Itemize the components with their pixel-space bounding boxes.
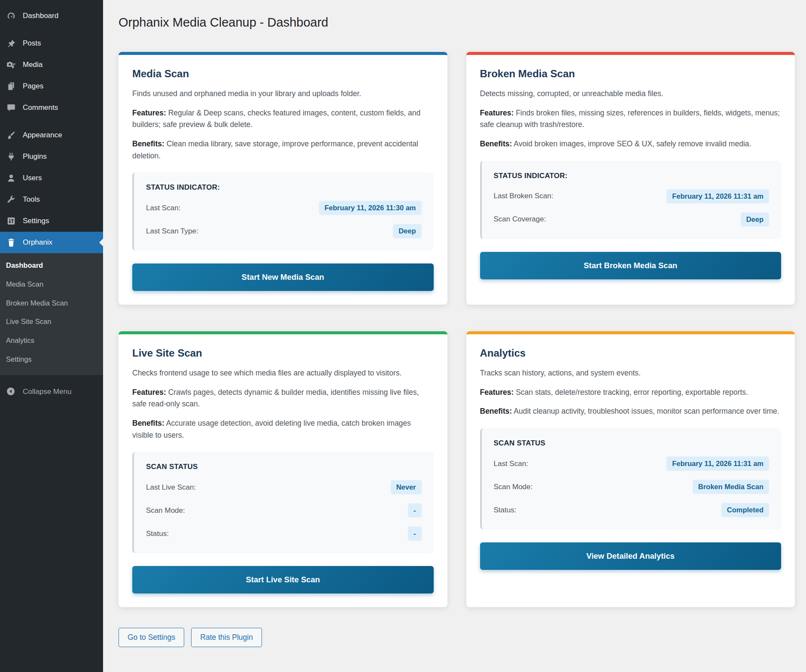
pin-icon — [6, 38, 16, 48]
plug-icon — [6, 151, 16, 162]
sidebar-item-dashboard[interactable]: Dashboard — [0, 5, 103, 27]
card-media-scan: Media Scan Finds unused and orphaned med… — [119, 52, 447, 305]
submenu-item-dashboard[interactable]: Dashboard — [0, 256, 103, 275]
card-title: Media Scan — [132, 68, 434, 80]
status-badge: - — [408, 503, 422, 518]
orphanix-submenu: Dashboard Media Scan Broken Media Scan L… — [0, 253, 103, 375]
status-row: Scan Mode: - — [146, 503, 422, 518]
card-live-site-scan: Live Site Scan Checks frontend usage to … — [119, 331, 447, 607]
status-row-label: Status: — [146, 530, 169, 538]
features-label: Features: — [480, 388, 514, 397]
sidebar-item-comments[interactable]: Comments — [0, 97, 103, 118]
status-box: STATUS INDICATOR: Last Scan: February 11… — [132, 173, 434, 251]
sidebar-item-appearance[interactable]: Appearance — [0, 124, 103, 146]
status-row-label: Scan Coverage: — [494, 215, 546, 224]
camera-icon — [6, 60, 16, 70]
benefits-label: Benefits: — [480, 139, 512, 148]
status-box: STATUS INDICATOR: Last Broken Scan: Febr… — [480, 161, 782, 239]
status-row: Last Scan: February 11, 2026 11:31 am — [494, 457, 770, 471]
status-badge: Broken Media Scan — [693, 480, 769, 494]
sidebar-item-label: Pages — [23, 82, 43, 91]
sidebar-item-plugins[interactable]: Plugins — [0, 146, 103, 167]
sidebar-item-label: Media — [23, 61, 43, 69]
collapse-arrow-icon — [6, 387, 16, 397]
status-row: Last Scan: February 11, 2026 11:30 am — [146, 201, 422, 215]
status-row-label: Scan Mode: — [146, 506, 185, 515]
card-features: Features: Finds broken files, missing si… — [480, 107, 782, 131]
card-benefits: Benefits: Clean media library, save stor… — [132, 138, 434, 162]
start-media-scan-button[interactable]: Start New Media Scan — [132, 263, 434, 291]
menu-separator — [0, 118, 103, 124]
submenu-item-live-site-scan[interactable]: Live Site Scan — [0, 312, 103, 331]
card-title: Analytics — [480, 347, 782, 359]
sidebar-item-pages[interactable]: Pages — [0, 76, 103, 97]
status-row-label: Last Live Scan: — [146, 483, 196, 492]
submenu-item-analytics[interactable]: Analytics — [0, 331, 103, 350]
main-content: Orphanix Media Cleanup - Dashboard Media… — [103, 0, 806, 672]
card-grid: Media Scan Finds unused and orphaned med… — [119, 52, 795, 607]
start-live-site-scan-button[interactable]: Start Live Site Scan — [132, 566, 434, 593]
sidebar-item-users[interactable]: Users — [0, 167, 103, 189]
card-features: Features: Crawls pages, detects dynamic … — [132, 387, 434, 410]
card-benefits: Benefits: Accurate usage detection, avoi… — [132, 418, 434, 441]
status-box: SCAN STATUS Last Live Scan: Never Scan M… — [132, 452, 434, 553]
benefits-label: Benefits: — [132, 419, 164, 427]
rate-this-plugin-button[interactable]: Rate this Plugin — [191, 628, 262, 647]
card-title: Live Site Scan — [132, 347, 434, 359]
card-benefits: Benefits: Avoid broken images, improve S… — [480, 138, 782, 150]
sidebar-item-label: Plugins — [23, 152, 47, 161]
status-row: Last Broken Scan: February 11, 2026 11:3… — [494, 189, 770, 203]
benefits-label: Benefits: — [480, 407, 512, 415]
sidebar-item-label: Tools — [23, 195, 40, 204]
submenu-item-broken-media-scan[interactable]: Broken Media Scan — [0, 294, 103, 313]
card-description: Checks frontend usage to see which media… — [132, 367, 434, 379]
page-title: Orphanix Media Cleanup - Dashboard — [119, 15, 795, 30]
benefits-label: Benefits: — [132, 139, 164, 148]
go-to-settings-button[interactable]: Go to Settings — [119, 628, 184, 647]
card-broken-media-scan: Broken Media Scan Detects missing, corru… — [466, 52, 795, 305]
status-box-title: SCAN STATUS — [494, 439, 770, 448]
sidebar-item-orphanix[interactable]: Orphanix — [0, 232, 103, 253]
footer-actions: Go to Settings Rate this Plugin — [119, 628, 795, 653]
sidebar-item-label: Appearance — [23, 131, 62, 139]
card-features: Features: Regular & Deep scans, checks f… — [132, 107, 434, 131]
status-badge: February 11, 2026 11:30 am — [319, 201, 422, 215]
status-row-label: Status: — [494, 506, 517, 515]
admin-sidebar: Dashboard Posts Media Pages — [0, 0, 103, 672]
status-row-label: Last Broken Scan: — [494, 192, 554, 200]
admin-menu: Dashboard Posts Media Pages — [0, 5, 103, 253]
status-badge: February 11, 2026 11:31 am — [666, 189, 769, 203]
status-badge: February 11, 2026 11:31 am — [666, 457, 769, 471]
sidebar-item-label: Users — [23, 174, 42, 182]
user-icon — [6, 173, 16, 183]
status-row-label: Scan Mode: — [494, 483, 533, 491]
card-analytics: Analytics Tracks scan history, actions, … — [466, 331, 795, 607]
sidebar-item-media[interactable]: Media — [0, 54, 103, 76]
sidebar-item-tools[interactable]: Tools — [0, 189, 103, 210]
submenu-item-media-scan[interactable]: Media Scan — [0, 275, 103, 294]
collapse-menu-button[interactable]: Collapse Menu — [0, 380, 103, 403]
menu-separator — [0, 27, 103, 33]
sidebar-item-label: Posts — [23, 39, 41, 48]
wrench-icon — [6, 194, 16, 205]
comment-icon — [6, 103, 16, 113]
status-badge: Deep — [741, 212, 769, 227]
submenu-item-settings[interactable]: Settings — [0, 350, 103, 369]
features-label: Features: — [480, 109, 514, 117]
trash-icon — [6, 237, 16, 248]
sidebar-item-posts[interactable]: Posts — [0, 33, 103, 54]
status-badge: - — [408, 527, 422, 541]
status-row-label: Last Scan: — [494, 460, 528, 468]
card-features: Features: Scan stats, delete/restore tra… — [480, 387, 782, 399]
sidebar-item-settings[interactable]: Settings — [0, 210, 103, 232]
view-detailed-analytics-button[interactable]: View Detailed Analytics — [480, 542, 782, 570]
status-badge: Deep — [393, 224, 421, 238]
status-row: Last Live Scan: Never — [146, 480, 422, 494]
collapse-menu-label: Collapse Menu — [23, 387, 71, 396]
start-broken-media-scan-button[interactable]: Start Broken Media Scan — [480, 252, 782, 279]
status-row: Last Scan Type: Deep — [146, 224, 422, 238]
sidebar-item-label: Comments — [23, 103, 58, 112]
brush-icon — [6, 130, 16, 140]
status-row: Scan Mode: Broken Media Scan — [494, 480, 770, 494]
card-description: Finds unused and orphaned media in your … — [132, 88, 434, 100]
